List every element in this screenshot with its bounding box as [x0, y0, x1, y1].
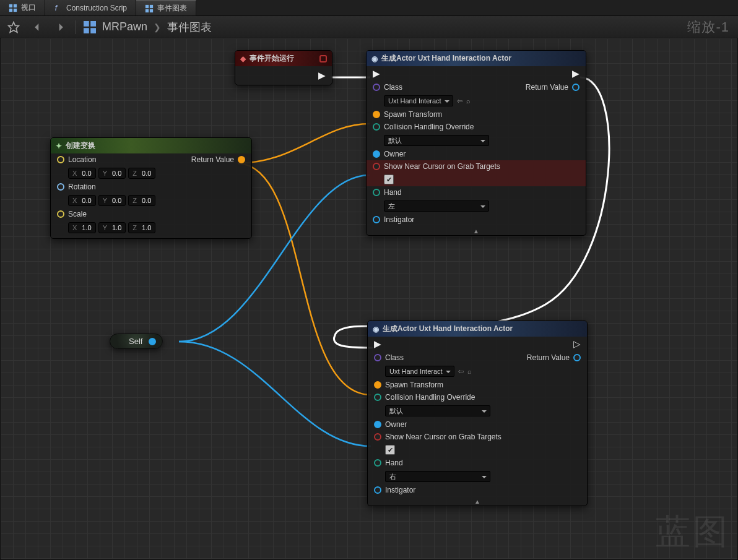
pin-label: Return Value	[191, 155, 234, 164]
spawn-icon: ◉	[371, 54, 378, 63]
pin-show-near-cursor[interactable]	[373, 163, 380, 170]
pin-scale[interactable]	[57, 210, 64, 218]
svg-rect-5	[145, 4, 149, 7]
event-graph-canvas[interactable]: ◆ 事件开始运行 ▶ ✦ 创建变换 Location Return Value …	[0, 38, 738, 560]
node-spawn-actor-right[interactable]: ◉ 生成Actor Uxt Hand Interaction Actor ▶ ▷…	[367, 321, 588, 506]
expand-toggle[interactable]	[367, 228, 586, 235]
loc-y-field[interactable]: Y0.0	[98, 168, 126, 179]
exec-in-icon[interactable]: ▶	[374, 338, 381, 350]
node-title: 事件开始运行	[250, 53, 294, 64]
exec-out-icon[interactable]: ▷	[573, 338, 581, 350]
pin-owner[interactable]	[373, 150, 380, 158]
pin-label: Collision Handling Override	[385, 393, 475, 402]
tab-label: Construction Scrip	[66, 4, 127, 12]
pin-label: Return Value	[527, 353, 570, 362]
svg-rect-6	[150, 4, 153, 7]
scl-y-field[interactable]: Y1.0	[98, 222, 126, 233]
transform-icon: ✦	[56, 142, 62, 150]
nav-back-button[interactable]	[28, 20, 46, 35]
pin-label: Show Near Cursor on Grab Targets	[384, 162, 500, 171]
exec-out-icon[interactable]: ▶	[318, 70, 326, 81]
graph-toolbar: MRPawn ❯ 事件图表 缩放-1	[0, 16, 738, 38]
pin-return-value[interactable]	[572, 84, 580, 91]
scl-z-field[interactable]: Z1.0	[128, 222, 155, 233]
svg-rect-7	[145, 9, 149, 12]
pin-class[interactable]	[374, 354, 381, 361]
pin-label: Hand	[385, 459, 403, 467]
class-dropdown[interactable]: Uxt Hand Interact	[385, 366, 454, 377]
pin-label: Spawn Transform	[384, 110, 442, 119]
pin-hand[interactable]	[373, 189, 380, 196]
delegate-pin[interactable]	[319, 55, 327, 62]
pin-label: Location	[68, 155, 96, 164]
pin-collision[interactable]	[373, 123, 380, 131]
svg-rect-11	[90, 21, 96, 27]
collision-dropdown[interactable]: 默认	[385, 405, 490, 416]
pin-owner[interactable]	[374, 421, 381, 428]
pin-return-value[interactable]	[238, 156, 245, 163]
exec-out-icon[interactable]: ▶	[572, 68, 580, 79]
svg-rect-2	[9, 8, 12, 11]
pin-label: Collision Handling Override	[384, 123, 474, 131]
breadcrumb: MRPawn ❯ 事件图表	[84, 20, 212, 35]
loc-x-field[interactable]: X0.0	[68, 168, 96, 179]
class-dropdown[interactable]: Uxt Hand Interact	[384, 95, 453, 106]
svg-rect-12	[84, 28, 89, 33]
node-title: 生成Actor Uxt Hand Interaction Actor	[381, 53, 511, 64]
zoom-indicator: 缩放-1	[687, 18, 733, 37]
browse-icon[interactable]: ⇦	[457, 97, 462, 105]
show-near-checkbox[interactable]	[385, 445, 395, 455]
pin-spawn-transform[interactable]	[374, 381, 381, 389]
rot-z-field[interactable]: Z0.0	[128, 195, 155, 206]
favorite-button[interactable]	[5, 20, 22, 35]
node-spawn-actor-left[interactable]: ◉ 生成Actor Uxt Hand Interaction Actor ▶ ▶…	[366, 50, 586, 236]
pin-location[interactable]	[57, 156, 64, 163]
exec-in-icon[interactable]: ▶	[373, 68, 380, 79]
pin-label: Scale	[68, 210, 87, 218]
hand-dropdown[interactable]: 左	[384, 200, 489, 212]
event-icon: ◆	[240, 54, 246, 63]
browse-icon[interactable]: ⇦	[458, 368, 464, 376]
pin-spawn-transform[interactable]	[373, 111, 380, 118]
function-icon: f	[54, 4, 63, 12]
hand-dropdown[interactable]: 右	[385, 471, 490, 482]
pin-show-near-cursor[interactable]	[374, 433, 381, 441]
breadcrumb-graph[interactable]: 事件图表	[167, 20, 212, 35]
pin-class[interactable]	[373, 84, 380, 91]
tab-construction[interactable]: f Construction Scrip	[45, 0, 136, 15]
rot-y-field[interactable]: Y0.0	[98, 195, 126, 206]
tab-viewport[interactable]: 视口	[0, 0, 45, 15]
find-icon[interactable]: ⌕	[466, 97, 471, 105]
pin-label: Owner	[384, 150, 406, 158]
tab-label: 视口	[21, 2, 36, 13]
svg-rect-3	[14, 8, 17, 11]
node-begin-play[interactable]: ◆ 事件开始运行 ▶	[235, 50, 332, 85]
node-self[interactable]: Self	[110, 334, 163, 349]
editor-tabs: 视口 f Construction Scrip 事件图表	[0, 0, 738, 16]
pin-hand[interactable]	[374, 459, 381, 467]
show-near-checkbox[interactable]	[384, 174, 394, 184]
pin-self-out[interactable]	[149, 338, 156, 345]
breadcrumb-blueprint[interactable]: MRPawn	[102, 20, 147, 33]
pin-label: Hand	[384, 188, 402, 197]
collision-dropdown[interactable]: 默认	[384, 135, 489, 146]
pin-rotation[interactable]	[57, 183, 64, 191]
pin-collision[interactable]	[374, 394, 381, 401]
find-icon[interactable]: ⌕	[467, 368, 472, 375]
pin-instigator[interactable]	[374, 486, 381, 494]
loc-z-field[interactable]: Z0.0	[128, 168, 155, 179]
pin-instigator[interactable]	[373, 216, 380, 223]
node-title: Self	[129, 337, 142, 346]
node-make-transform[interactable]: ✦ 创建变换 Location Return Value X0.0 Y0.0 Z…	[50, 137, 252, 239]
nav-forward-button[interactable]	[52, 20, 69, 35]
svg-text:f: f	[55, 4, 58, 12]
svg-rect-13	[90, 28, 96, 33]
pin-label: Class	[385, 353, 404, 362]
scl-x-field[interactable]: X1.0	[68, 222, 96, 233]
rot-x-field[interactable]: X0.0	[68, 195, 96, 206]
blueprint-watermark: 蓝图	[656, 509, 730, 556]
pin-return-value[interactable]	[573, 354, 581, 361]
grid-icon	[9, 4, 17, 12]
tab-eventgraph[interactable]: 事件图表	[136, 0, 196, 15]
expand-toggle[interactable]	[368, 498, 587, 506]
